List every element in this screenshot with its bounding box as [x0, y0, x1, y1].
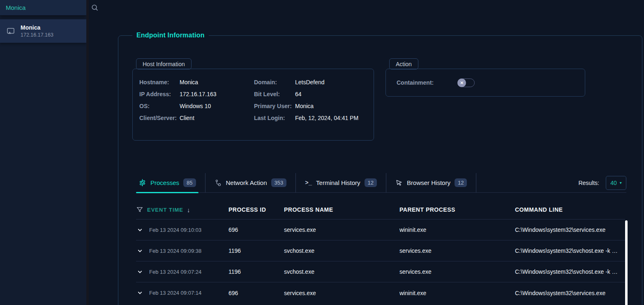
process-name: services.exe: [284, 290, 399, 296]
chevron-down-icon: ▾: [620, 180, 622, 185]
sidebar-item-host-monica[interactable]: Monica 172.16.17.163: [0, 19, 86, 43]
endpoint-monitor-page: { "colors": { "accent": "#15e0cf", "even…: [0, 0, 644, 305]
table-scrollbar[interactable]: [625, 220, 628, 305]
gear-icon: [138, 179, 146, 187]
filter-icon[interactable]: [136, 206, 143, 213]
tab-count-badge: 12: [455, 178, 467, 187]
chevron-down-icon[interactable]: [137, 248, 143, 254]
tab-count-badge: 353: [271, 178, 287, 187]
action-box: Containment: ✕: [385, 69, 585, 97]
tab-count-badge: 12: [365, 178, 377, 187]
endpoint-information-title: Endpoint Information: [132, 32, 209, 39]
process-id: 696: [229, 290, 284, 296]
endpoint-information-panel: Endpoint Information Host Information Ho…: [118, 32, 642, 305]
host-information-grid: Hostname: Monica Domain: LetsDefend IP A…: [139, 79, 367, 121]
table-row[interactable]: Feb 13 2024 09:10:03 696 services.exe wi…: [136, 220, 625, 240]
main-content: Endpoint Information Host Information Ho…: [89, 0, 644, 305]
tab-terminal-history[interactable]: >_ Terminal History 12: [296, 173, 386, 192]
field-label: Primary User:: [254, 103, 295, 109]
sidebar-search-bar: [0, 0, 86, 16]
table-row[interactable]: Feb 13 2024 09:07:14 696 services.exe wi…: [136, 282, 625, 303]
command-line: C:\Windows\system32\svchost.exe -k …: [515, 268, 625, 275]
process-id: 696: [229, 226, 284, 233]
detail-tabs-bar: Processes 85 Network Action 353 >_ Termi…: [136, 173, 626, 193]
field-value: 64: [295, 91, 367, 97]
field-label: Last Login:: [254, 115, 295, 121]
table-header: EVENT TIME ↓ PROCESS ID PROCESS NAME PAR…: [136, 200, 625, 220]
field-value: Monica: [295, 103, 367, 109]
event-time: Feb 13 2024 09:10:03: [149, 227, 201, 233]
results-label: Results:: [578, 180, 599, 186]
command-line: C:\Windows\system32\services.exe: [515, 226, 625, 233]
host-information-box: Hostname: Monica Domain: LetsDefend IP A…: [132, 69, 374, 141]
results-control: Results: 40 ▾: [578, 176, 626, 190]
network-icon: [215, 179, 222, 187]
field-label: Hostname:: [139, 79, 180, 85]
process-id: 1196: [229, 247, 284, 254]
table-row[interactable]: Feb 13 2024 09:09:38 1196 svchost.exe se…: [136, 240, 625, 261]
column-process-id: PROCESS ID: [229, 206, 284, 213]
field-value: Client: [180, 115, 254, 121]
chevron-down-icon[interactable]: [137, 227, 143, 233]
column-command-line: COMMAND LINE: [515, 206, 625, 213]
tab-network-action[interactable]: Network Action 353: [205, 173, 296, 192]
parent-process: wininit.exe: [399, 226, 515, 233]
containment-toggle[interactable]: ✕: [457, 79, 475, 87]
process-name: services.exe: [284, 226, 399, 233]
results-per-page-select[interactable]: 40 ▾: [606, 176, 626, 190]
field-value: Monica: [180, 79, 254, 85]
tab-label: Network Action: [226, 179, 267, 186]
field-label: IP Address:: [139, 91, 180, 97]
tab-label: Browser History: [407, 179, 450, 186]
field-value: Windows 10: [180, 103, 254, 109]
field-label: OS:: [139, 103, 180, 109]
field-label: Bit Level:: [254, 91, 295, 97]
process-table: EVENT TIME ↓ PROCESS ID PROCESS NAME PAR…: [136, 200, 625, 303]
process-name: svchost.exe: [284, 268, 399, 275]
event-time: Feb 13 2024 09:07:14: [149, 290, 201, 296]
command-line: C:\Windows\system32\services.exe: [515, 290, 625, 296]
process-id: 1196: [229, 268, 284, 275]
sort-descending-icon[interactable]: ↓: [187, 206, 190, 213]
search-input[interactable]: [6, 4, 88, 11]
toggle-knob-x-icon: ✕: [457, 79, 466, 87]
event-time: Feb 13 2024 09:07:24: [149, 269, 201, 275]
column-process-name: PROCESS NAME: [284, 206, 399, 213]
parent-process: services.exe: [399, 247, 515, 254]
tab-processes[interactable]: Processes 85: [136, 173, 205, 192]
field-value: Feb, 12, 2024, 04:41 PM: [295, 115, 367, 121]
host-name: Monica: [21, 24, 53, 31]
containment-label: Containment:: [397, 79, 434, 86]
tab-browser-history[interactable]: Browser History 12: [386, 173, 476, 192]
terminal-icon: >_: [305, 180, 312, 186]
tab-label: Terminal History: [316, 179, 360, 186]
host-ip: 172.16.17.163: [21, 32, 53, 38]
field-value: LetsDefend: [295, 79, 367, 85]
event-time: Feb 13 2024 09:09:38: [149, 248, 201, 254]
action-tab[interactable]: Action: [389, 58, 418, 69]
field-value: 172.16.17.163: [180, 91, 254, 97]
tab-label: Processes: [150, 179, 179, 186]
cursor-icon: [395, 179, 403, 187]
field-label: Domain:: [254, 79, 295, 85]
tab-count-badge: 85: [183, 178, 196, 187]
results-value: 40: [610, 180, 617, 186]
parent-process: wininit.exe: [399, 290, 515, 296]
chevron-down-icon[interactable]: [137, 269, 143, 275]
screen-share-icon: [6, 26, 16, 36]
command-line: C:\Windows\system32\svchost.exe -k …: [515, 247, 625, 254]
host-item-text: Monica 172.16.17.163: [21, 24, 53, 38]
table-row[interactable]: Feb 13 2024 09:07:24 1196 svchost.exe se…: [136, 261, 625, 282]
column-parent-process: PARENT PROCESS: [399, 206, 515, 213]
column-event-time[interactable]: EVENT TIME: [147, 207, 183, 213]
process-name: svchost.exe: [284, 247, 399, 254]
sidebar: Monica 172.16.17.163: [0, 0, 86, 305]
chevron-down-icon[interactable]: [137, 290, 143, 296]
field-label: Client/Server:: [139, 115, 180, 121]
parent-process: services.exe: [399, 268, 515, 275]
host-information-tab[interactable]: Host Information: [136, 58, 192, 69]
